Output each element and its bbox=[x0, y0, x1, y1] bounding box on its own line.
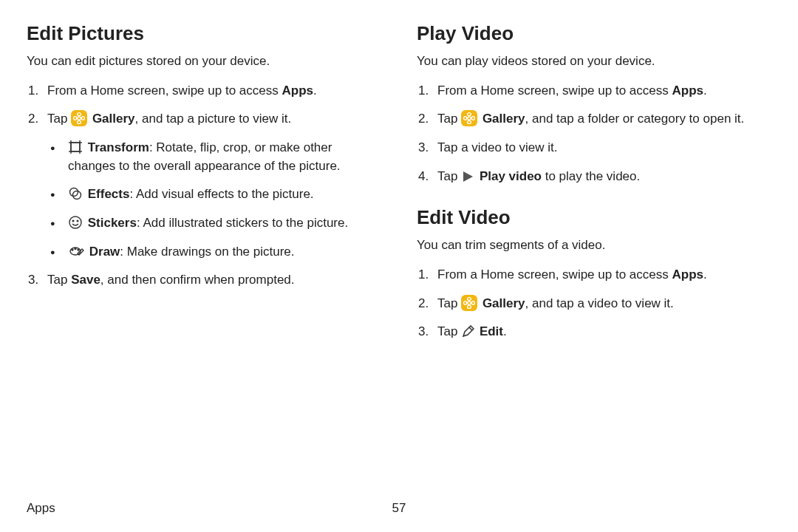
intro-play-video: You can play videos stored on your devic… bbox=[417, 52, 771, 70]
draw-icon bbox=[68, 244, 84, 259]
option-effects: Effects: Add visual effects to the pictu… bbox=[47, 185, 381, 204]
svg-point-22 bbox=[472, 117, 475, 120]
play-video-steps: From a Home screen, swipe up to access A… bbox=[417, 82, 771, 186]
edit-options-list: Transform: Rotate, flip, crop, or make o… bbox=[47, 139, 381, 261]
svg-point-14 bbox=[77, 220, 78, 222]
step-1: From a Home screen, swipe up to access A… bbox=[27, 82, 381, 100]
svg-point-15 bbox=[72, 249, 73, 250]
step-2: Tap Gallery, and tap a picture to view i… bbox=[27, 110, 381, 261]
play-icon bbox=[461, 170, 474, 183]
heading-edit-pictures: Edit Pictures bbox=[27, 22, 381, 45]
left-column: Edit Pictures You can edit pictures stor… bbox=[27, 22, 381, 352]
svg-point-21 bbox=[464, 117, 467, 120]
svg-point-20 bbox=[468, 121, 471, 124]
gallery-icon bbox=[71, 110, 87, 126]
svg-point-3 bbox=[74, 117, 77, 120]
svg-point-16 bbox=[75, 248, 76, 249]
svg-point-26 bbox=[468, 305, 471, 308]
svg-point-24 bbox=[468, 301, 471, 304]
option-draw: Draw: Make drawings on the picture. bbox=[47, 243, 381, 262]
option-transform: Transform: Rotate, flip, crop, or make o… bbox=[47, 139, 381, 175]
svg-point-1 bbox=[78, 113, 81, 116]
transform-icon bbox=[68, 140, 83, 154]
svg-point-25 bbox=[468, 297, 471, 300]
heading-play-video: Play Video bbox=[417, 22, 771, 45]
step-3: Tap Save, and then confirm when prompted… bbox=[27, 271, 381, 290]
edit-pictures-section: Edit Pictures You can edit pictures stor… bbox=[27, 22, 381, 290]
svg-point-2 bbox=[78, 121, 81, 124]
page-footer: Apps 57 bbox=[27, 501, 771, 516]
svg-point-27 bbox=[464, 301, 467, 304]
pv-step-4: Tap Play video to play the video. bbox=[417, 168, 771, 186]
intro-edit-pictures: You can edit pictures stored on your dev… bbox=[27, 52, 381, 70]
right-column: Play Video You can play videos stored on… bbox=[417, 22, 771, 352]
svg-point-13 bbox=[72, 220, 74, 222]
svg-rect-5 bbox=[71, 143, 80, 151]
gallery-icon bbox=[461, 110, 477, 126]
svg-marker-23 bbox=[463, 171, 473, 182]
footer-section-label: Apps bbox=[27, 501, 55, 516]
svg-point-18 bbox=[468, 117, 471, 120]
pv-step-1: From a Home screen, swipe up to access A… bbox=[417, 82, 771, 100]
play-video-section: Play Video You can play videos stored on… bbox=[417, 22, 771, 185]
intro-edit-video: You can trim segments of a video. bbox=[417, 236, 771, 254]
svg-point-4 bbox=[82, 117, 85, 120]
footer-page-number: 57 bbox=[392, 501, 406, 516]
ev-step-3: Tap Edit. bbox=[417, 323, 771, 341]
edit-pencil-icon bbox=[461, 325, 474, 338]
edit-video-section: Edit Video You can trim segments of a vi… bbox=[417, 206, 771, 341]
stickers-icon bbox=[68, 215, 83, 230]
gallery-icon bbox=[461, 295, 477, 311]
svg-point-0 bbox=[78, 117, 81, 120]
ev-step-2: Tap Gallery, and tap a video to view it. bbox=[417, 295, 771, 313]
pv-step-2: Tap Gallery, and tap a folder or categor… bbox=[417, 110, 771, 129]
svg-point-19 bbox=[468, 113, 471, 116]
option-stickers: Stickers: Add illustrated stickers to th… bbox=[47, 214, 381, 233]
svg-point-28 bbox=[472, 301, 475, 304]
pv-step-3: Tap a video to view it. bbox=[417, 139, 771, 157]
edit-pictures-steps: From a Home screen, swipe up to access A… bbox=[27, 82, 381, 290]
edit-video-steps: From a Home screen, swipe up to access A… bbox=[417, 266, 771, 341]
svg-point-12 bbox=[69, 216, 81, 228]
svg-line-29 bbox=[469, 327, 472, 330]
svg-point-17 bbox=[78, 249, 79, 250]
heading-edit-video: Edit Video bbox=[417, 206, 771, 229]
effects-icon bbox=[68, 186, 83, 201]
ev-step-1: From a Home screen, swipe up to access A… bbox=[417, 266, 771, 284]
